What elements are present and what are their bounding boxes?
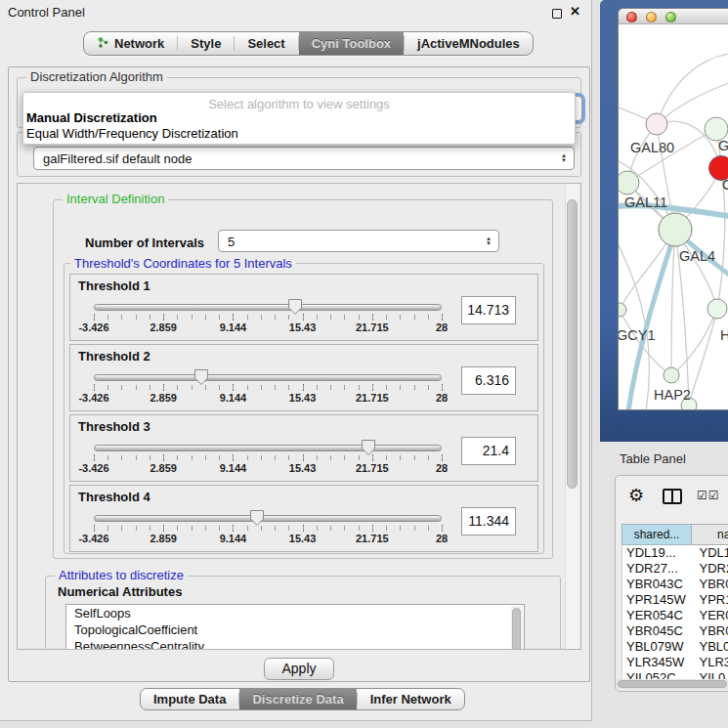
- cell-shared-name: YBL079W: [622, 639, 693, 655]
- cell-name: YLR3: [693, 655, 728, 670]
- node-gal11[interactable]: [619, 171, 639, 194]
- cell-name: YBL0: [693, 639, 728, 655]
- slider-scale-labels: -3.4262.8599.14415.4321.71528: [94, 533, 442, 545]
- slider-minor-ticks: [94, 385, 443, 390]
- node-h[interactable]: [707, 299, 727, 319]
- algorithm-option-manual-discretization[interactable]: Manual Discretization: [23, 110, 575, 126]
- scrollbar-thumb[interactable]: [567, 199, 578, 489]
- scale-label: -3.426: [78, 462, 108, 474]
- threshold-label: Threshold 2: [78, 349, 150, 364]
- threshold-slider-track[interactable]: [94, 304, 442, 311]
- algorithm-option-equal-width-frequency-discretization[interactable]: Equal Width/Frequency Discretization: [23, 126, 575, 142]
- float-window-icon[interactable]: [552, 9, 562, 19]
- slider-scale-labels: -3.4262.8599.14415.4321.71528: [94, 321, 442, 334]
- table-horizontal-scrollbar[interactable]: [616, 679, 728, 689]
- thresholds-group: Threshold's Coordinates for 5 Intervals …: [64, 263, 544, 554]
- screen: Control Panel ✕ NetworkStyleSelectCyni T…: [0, 0, 728, 728]
- tab-infer-network[interactable]: Infer Network: [358, 689, 464, 709]
- scrollbar-thumb[interactable]: [618, 680, 727, 688]
- table-row[interactable]: YPR145WYPR1: [622, 592, 728, 608]
- threshold-value-field[interactable]: 11.344: [461, 507, 516, 535]
- scale-label: 21.715: [356, 321, 389, 333]
- threshold-slider-track[interactable]: [94, 374, 442, 381]
- settings-scrollbar[interactable]: [565, 184, 578, 649]
- threshold-list: Threshold 1 -3.4262.8599.14415.4321.7152…: [69, 274, 540, 552]
- tab-cyni-toolbox[interactable]: Cyni Toolbox: [299, 32, 404, 55]
- tab-label: Style: [191, 36, 221, 51]
- window-title: Control Panel: [8, 5, 85, 20]
- group-title: Interval Definition: [63, 193, 168, 206]
- column-checkboxes-icon[interactable]: ☑☑: [697, 489, 720, 502]
- node-label: GCY1: [619, 327, 656, 343]
- node-label: GAL80: [630, 140, 674, 155]
- tab-network[interactable]: Network: [84, 32, 177, 55]
- scale-label: 28: [436, 392, 448, 404]
- table-data-select[interactable]: galFiltered.sif default node ▲▼: [33, 147, 575, 170]
- threshold-value-field[interactable]: 14.713: [461, 296, 516, 324]
- scale-label: 15.43: [289, 321, 317, 333]
- tab-jactivemnodules[interactable]: jActiveMNodules: [405, 32, 533, 55]
- threshold-slider-track[interactable]: [94, 515, 442, 522]
- scale-label: 2.859: [150, 392, 177, 404]
- scrollbar-thumb[interactable]: [512, 608, 521, 650]
- node-gal4[interactable]: [659, 213, 692, 246]
- table-row[interactable]: YIL052CYIL0: [622, 670, 728, 679]
- node-label: GAL4: [679, 248, 715, 264]
- tab-label: Infer Network: [370, 692, 451, 707]
- dropdown-prompt: Select algorithm to view settings: [23, 93, 575, 110]
- threshold-slider-track[interactable]: [94, 445, 442, 451]
- node-gal80[interactable]: [646, 113, 667, 135]
- table-row[interactable]: YBR043CYBR0: [622, 577, 728, 592]
- tab-impute-data[interactable]: Impute Data: [141, 689, 238, 709]
- split-pane-icon[interactable]: [663, 489, 682, 504]
- numerical-attributes-list[interactable]: SelfLoopsTopologicalCoefficientBetweenne…: [65, 604, 525, 650]
- attributes-scrollbar[interactable]: [511, 606, 523, 650]
- scale-label: 28: [436, 533, 448, 544]
- tab-select[interactable]: Select: [235, 32, 297, 55]
- table-panel: ⚙ ☑☑ shared... na YDL19...YDL1YDR27...YD…: [615, 475, 728, 692]
- scale-label: 21.715: [356, 462, 389, 474]
- table-row[interactable]: YDL19...YDL1: [622, 545, 728, 561]
- table-data-selected-value: galFiltered.sif default node: [43, 151, 192, 166]
- mac-minimize-icon[interactable]: [646, 12, 657, 22]
- group-title: Threshold's Coordinates for 5 Intervals: [70, 256, 296, 271]
- threshold-value-field[interactable]: 6.316: [461, 366, 516, 395]
- threshold-value-field[interactable]: 21.4: [461, 437, 516, 465]
- node-label: G: [718, 138, 728, 153]
- algorithm-dropdown-popup: Select algorithm to view settings Manual…: [22, 92, 576, 145]
- attribute-item-topologicalcoefficient[interactable]: TopologicalCoefficient: [66, 621, 524, 638]
- scale-label: 9.144: [220, 462, 247, 474]
- number-of-intervals-label: Number of Intervals: [85, 236, 204, 250]
- node-gcy1[interactable]: [619, 303, 626, 317]
- table-row[interactable]: YBR045CYBR0: [622, 623, 728, 639]
- attribute-item-selfloops[interactable]: SelfLoops: [66, 605, 524, 621]
- network-canvas[interactable]: GAL80 G C GAL11 GAL4 GCY1 H HAP2: [619, 24, 728, 410]
- scale-label: 21.715: [356, 392, 389, 404]
- node-label: H: [720, 327, 728, 343]
- threshold-1-block: Threshold 1 -3.4262.8599.14415.4321.7152…: [69, 274, 538, 341]
- scale-label: 15.43: [289, 462, 317, 474]
- table-panel-toolbar: ⚙ ☑☑: [616, 476, 728, 519]
- column-header-shared-name[interactable]: shared...: [621, 524, 692, 545]
- close-icon[interactable]: ✕: [570, 4, 580, 19]
- scale-label: -3.426: [78, 392, 108, 404]
- attribute-item-betweennesscentrality[interactable]: BetweennessCentrality: [66, 638, 524, 650]
- tab-label: jActiveMNodules: [417, 36, 520, 51]
- gear-icon[interactable]: ⚙: [628, 486, 644, 505]
- cell-name: YBR0: [693, 577, 728, 592]
- mac-close-icon[interactable]: [626, 12, 637, 22]
- column-header-name[interactable]: na: [692, 524, 728, 545]
- number-of-intervals-select[interactable]: 5 ▲▼: [218, 230, 499, 252]
- table-row[interactable]: YBL079WYBL0: [622, 639, 728, 655]
- cell-shared-name: YBR045C: [622, 623, 693, 639]
- apply-button[interactable]: Apply: [264, 658, 334, 680]
- tab-style[interactable]: Style: [178, 32, 234, 55]
- node-hap2[interactable]: [664, 367, 679, 383]
- cell-name: YER0: [693, 608, 728, 623]
- threshold-label: Threshold 4: [78, 490, 150, 504]
- tab-discretize-data[interactable]: Discretize Data: [239, 689, 356, 709]
- table-row[interactable]: YER054CYER0: [622, 608, 728, 623]
- mac-zoom-icon[interactable]: [665, 12, 676, 22]
- table-row[interactable]: YLR345WYLR3: [622, 655, 728, 670]
- table-row[interactable]: YDR27...YDR2: [622, 561, 728, 577]
